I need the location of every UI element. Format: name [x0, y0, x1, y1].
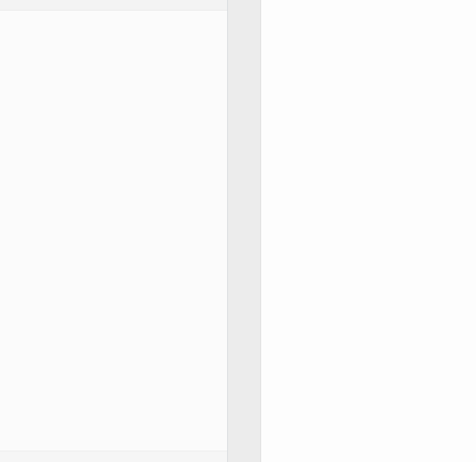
left-statusbar	[0, 451, 227, 462]
left-code-area[interactable]	[0, 10, 227, 451]
menubar	[0, 0, 227, 10]
line-number-gutter	[228, 0, 261, 462]
left-editor-pane	[0, 0, 228, 462]
right-code-area[interactable]	[261, 0, 476, 462]
right-editor-pane	[228, 0, 476, 462]
